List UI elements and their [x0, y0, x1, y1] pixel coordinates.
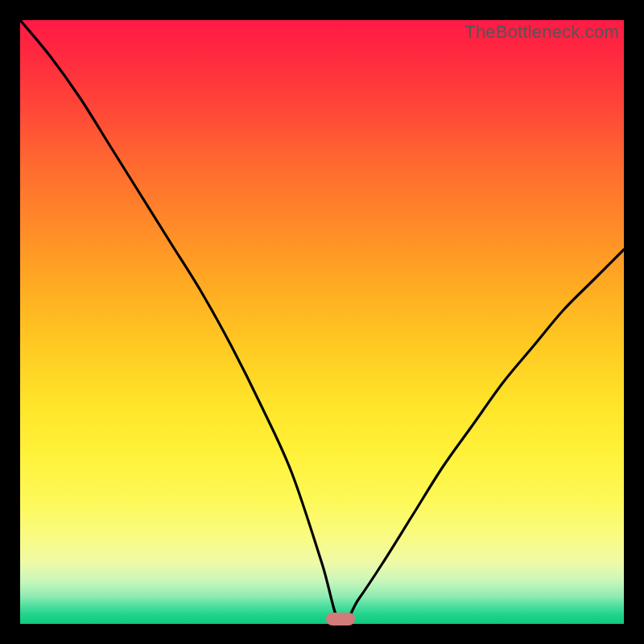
- chart-frame: TheBottleneck.com: [0, 0, 644, 644]
- plot-area: TheBottleneck.com: [20, 20, 624, 624]
- optimal-marker: [326, 613, 355, 625]
- curve-path: [20, 20, 624, 624]
- bottleneck-curve: [20, 20, 624, 624]
